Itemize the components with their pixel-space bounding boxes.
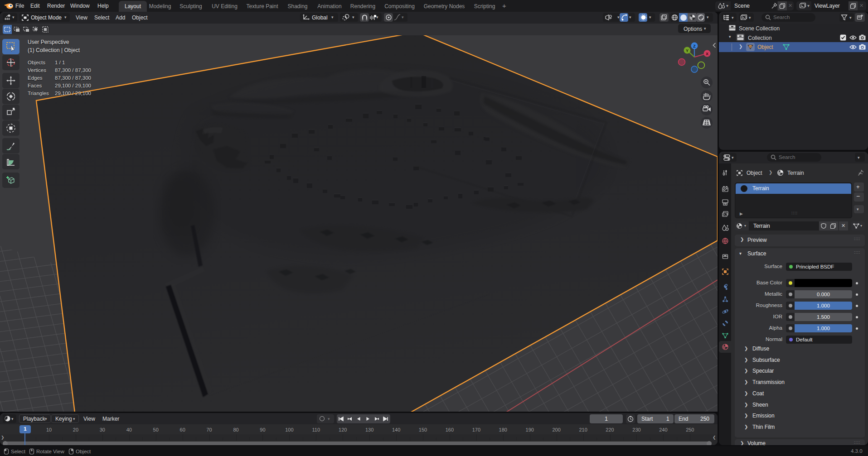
svg-text:Y: Y: [686, 48, 689, 53]
svg-text:X: X: [706, 52, 708, 56]
svg-text:Z: Z: [693, 44, 696, 48]
